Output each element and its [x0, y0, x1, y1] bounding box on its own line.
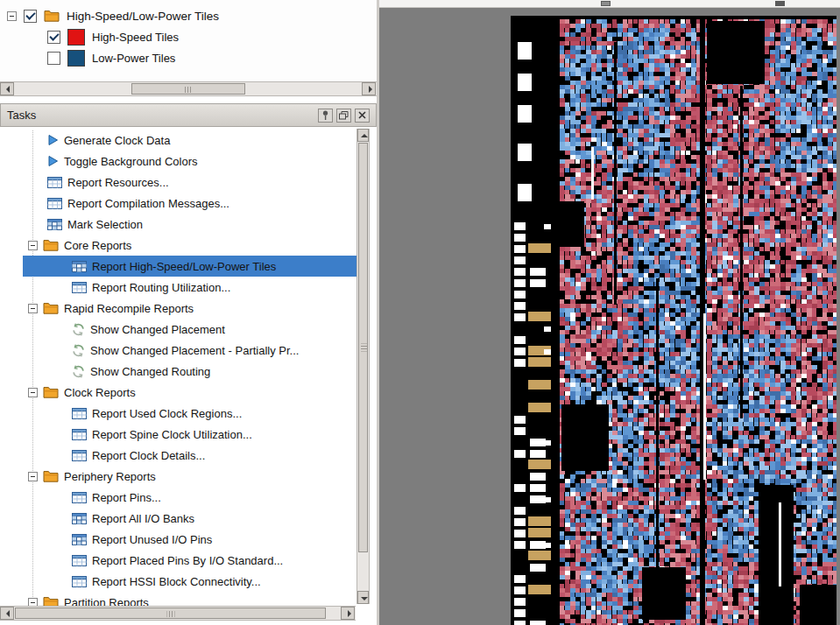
- dock-pin-button[interactable]: [318, 109, 333, 123]
- tree-expander[interactable]: [7, 11, 17, 21]
- tasks-v-scrollbar[interactable]: [356, 129, 370, 604]
- left-arrow-icon: [3, 86, 10, 93]
- grid-table-icon: [72, 513, 87, 524]
- task-row[interactable]: Report Spine Clock Utilization...: [23, 424, 356, 445]
- tasks-panel-body: Generate Clock DataToggle Background Col…: [0, 127, 377, 606]
- task-row[interactable]: Report Placed Pins By I/O Standard...: [23, 550, 356, 571]
- task-row[interactable]: Show Changed Placement - Partially Pr...: [23, 340, 356, 361]
- task-row[interactable]: Toggle Background Colors: [23, 151, 356, 172]
- task-row[interactable]: Rapid Recompile Reports: [23, 298, 356, 319]
- close-icon: [358, 111, 366, 119]
- task-row[interactable]: Core Reports: [23, 235, 356, 256]
- task-label: Report Unused I/O Pins: [92, 533, 212, 546]
- toolbar-fragment-icon[interactable]: [601, 1, 611, 6]
- task-label: Report All I/O Banks: [92, 512, 194, 525]
- task-row[interactable]: Report Routing Utilization...: [23, 277, 356, 298]
- table-icon: [72, 429, 87, 440]
- scroll-left-button[interactable]: [0, 82, 14, 95]
- close-panel-button[interactable]: [355, 109, 370, 123]
- table-icon: [72, 555, 87, 566]
- left-arrow-icon: [3, 610, 10, 617]
- task-label: Report Placed Pins By I/O Standard...: [92, 554, 283, 567]
- toolbar-fragment-icon[interactable]: [775, 1, 785, 6]
- task-row[interactable]: Generate Clock Data: [23, 130, 356, 151]
- task-row[interactable]: Periphery Reports: [23, 466, 356, 487]
- scroll-thumb[interactable]: [15, 607, 326, 619]
- task-label: Report Routing Utilization...: [92, 281, 230, 294]
- task-label: Report HSSI Block Connectivity...: [92, 575, 261, 588]
- tree-expander[interactable]: [28, 241, 38, 250]
- tree-expander[interactable]: [28, 388, 38, 397]
- task-label: Report Compilation Messages...: [67, 197, 229, 210]
- thumb-grip: [361, 344, 367, 352]
- scroll-right-button[interactable]: [341, 607, 355, 620]
- task-label: Rapid Recompile Reports: [64, 302, 194, 315]
- task-row[interactable]: Partition Reports: [23, 592, 356, 606]
- scroll-up-button[interactable]: [357, 129, 369, 142]
- legend-item-high-speed[interactable]: High-Speed Tiles: [47, 27, 179, 46]
- low-power-checkbox[interactable]: [47, 52, 60, 65]
- grid-table-icon: [72, 261, 87, 272]
- thumb-grip: [185, 87, 193, 93]
- grid-table-icon: [47, 219, 62, 230]
- folder-icon: [43, 596, 59, 606]
- scroll-left-button[interactable]: [0, 607, 14, 620]
- chip-planner-window: High-Speed/Low-Power Tiles High-Speed Ti…: [0, 0, 840, 625]
- scroll-thumb[interactable]: [358, 143, 368, 552]
- task-row[interactable]: Report Unused I/O Pins: [23, 529, 356, 550]
- task-row[interactable]: Report Clock Details...: [23, 445, 356, 466]
- legend-item-label: High-Speed Tiles: [92, 31, 179, 44]
- tasks-panel-header: Tasks: [0, 103, 377, 127]
- scroll-thumb[interactable]: [131, 83, 245, 95]
- task-label: Report Spine Clock Utilization...: [92, 428, 252, 441]
- up-arrow-icon: [361, 130, 368, 137]
- task-row[interactable]: Report Resources...: [23, 172, 356, 193]
- right-arrow-icon: [348, 610, 355, 617]
- scroll-right-button[interactable]: [362, 82, 376, 95]
- legend-root-row[interactable]: High-Speed/Low-Power Tiles: [7, 6, 219, 25]
- scroll-down-button[interactable]: [357, 591, 369, 604]
- restore-window-icon: [339, 111, 349, 120]
- task-row[interactable]: Report Pins...: [23, 487, 356, 508]
- table-icon: [47, 177, 62, 188]
- left-pane: High-Speed/Low-Power Tiles High-Speed Ti…: [0, 0, 377, 625]
- task-row[interactable]: Mark Selection: [23, 214, 356, 235]
- task-label: Report Clock Details...: [92, 449, 205, 462]
- task-label: Toggle Background Colors: [64, 155, 197, 168]
- tile-legend-panel: High-Speed/Low-Power Tiles High-Speed Ti…: [0, 0, 377, 98]
- legend-root-checkbox[interactable]: [24, 10, 37, 23]
- play-icon: [47, 134, 59, 146]
- task-row[interactable]: Show Changed Placement: [23, 319, 356, 340]
- chip-floorplan-panel: [379, 0, 840, 625]
- float-window-button[interactable]: [336, 109, 351, 123]
- play-icon: [47, 155, 59, 167]
- thumb-grip: [166, 611, 174, 617]
- task-row[interactable]: Clock Reports: [23, 382, 356, 403]
- table-icon: [72, 408, 87, 419]
- tree-expander[interactable]: [28, 472, 38, 481]
- task-label: Report Pins...: [92, 491, 161, 504]
- tree-expander[interactable]: [28, 304, 38, 313]
- legend-item-low-power[interactable]: Low-Power Tiles: [47, 48, 175, 67]
- task-label: Clock Reports: [64, 386, 136, 399]
- tree-expander[interactable]: [28, 598, 38, 607]
- task-label: Mark Selection: [67, 218, 143, 231]
- task-row[interactable]: Report HSSI Block Connectivity...: [23, 571, 356, 592]
- tasks-h-scrollbar[interactable]: [0, 606, 356, 621]
- task-row[interactable]: Report Used Clock Regions...: [23, 403, 356, 424]
- folder-icon: [44, 10, 60, 22]
- table-icon: [72, 450, 87, 461]
- task-row[interactable]: Report All I/O Banks: [23, 508, 356, 529]
- legend-h-scrollbar[interactable]: [0, 81, 377, 96]
- task-row[interactable]: Report Compilation Messages...: [23, 193, 356, 214]
- folder-icon: [43, 470, 59, 482]
- high-speed-color-swatch: [67, 29, 85, 46]
- task-row[interactable]: Report High-Speed/Low-Power Tiles: [23, 256, 356, 277]
- table-icon: [72, 492, 87, 503]
- high-speed-checkbox[interactable]: [47, 31, 60, 44]
- task-label: Report High-Speed/Low-Power Tiles: [92, 260, 276, 273]
- down-arrow-icon: [361, 597, 368, 604]
- task-label: Show Changed Placement: [90, 323, 225, 336]
- chip-die-canvas[interactable]: [511, 16, 836, 625]
- task-row[interactable]: Show Changed Routing: [23, 361, 356, 382]
